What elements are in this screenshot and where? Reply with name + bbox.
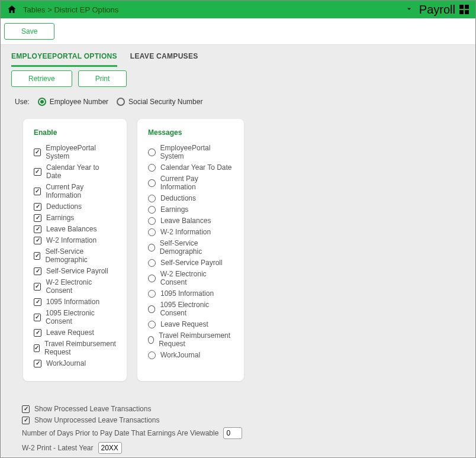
enable-item[interactable]: W-2 Electronic Consent xyxy=(34,278,116,295)
tabs: EMPLOYEEPORTAL OPTIONS LEAVE CAMPUSES xyxy=(11,45,465,67)
tab-employeeportal-options[interactable]: EMPLOYEEPORTAL OPTIONS xyxy=(11,52,117,67)
checkbox-icon[interactable] xyxy=(34,237,41,244)
radio-icon[interactable] xyxy=(148,179,156,187)
save-button[interactable]: Save xyxy=(4,23,54,40)
messages-item[interactable]: Calendar Year To Date xyxy=(148,163,233,172)
radio-label: Employee Number xyxy=(50,98,108,106)
messages-item[interactable]: Leave Balances xyxy=(148,217,233,225)
chevron-down-icon[interactable] xyxy=(405,5,413,15)
checkbox-icon[interactable] xyxy=(34,214,41,222)
toolbar: Save xyxy=(1,18,475,45)
radio-icon[interactable] xyxy=(148,259,156,267)
checkbox-icon[interactable] xyxy=(34,168,41,176)
enable-item[interactable]: Leave Request xyxy=(34,328,116,337)
checkbox-icon[interactable] xyxy=(34,283,41,291)
radio-icon[interactable] xyxy=(148,206,156,214)
enable-item[interactable]: Earnings xyxy=(34,214,116,222)
enable-item[interactable]: Calendar Year to Date xyxy=(34,163,116,180)
w2-print-input[interactable] xyxy=(98,442,122,454)
checkbox-icon[interactable] xyxy=(22,405,30,413)
messages-item[interactable]: W-2 Information xyxy=(148,228,233,236)
radio-ssn[interactable]: Social Security Number xyxy=(117,98,202,106)
sub-toolbar: Retrieve Print xyxy=(11,70,465,87)
enable-item[interactable]: W-2 Information xyxy=(34,236,116,244)
use-row: Use: Employee Number Social Security Num… xyxy=(15,98,465,106)
home-icon[interactable] xyxy=(7,4,17,15)
show-unprocessed-row[interactable]: Show Unprocessed Leave Transactions xyxy=(22,416,465,424)
retrieve-button[interactable]: Retrieve xyxy=(11,70,72,87)
radio-icon[interactable] xyxy=(148,244,155,251)
checkbox-icon[interactable] xyxy=(34,252,40,260)
messages-item[interactable]: Travel Reimbursement Request xyxy=(148,331,233,348)
messages-item-label: Leave Balances xyxy=(160,217,211,225)
enable-item-label: W-2 Electronic Consent xyxy=(46,278,116,295)
checkbox-icon[interactable] xyxy=(34,329,41,337)
radio-icon[interactable] xyxy=(148,228,156,236)
checkbox-icon[interactable] xyxy=(34,360,41,367)
radio-icon[interactable] xyxy=(148,217,156,225)
messages-item[interactable]: Self-Service Payroll xyxy=(148,259,233,267)
enable-item[interactable]: Self-Service Demographic xyxy=(34,247,116,264)
checkbox-icon[interactable] xyxy=(34,188,41,195)
enable-item-label: Self-Service Demographic xyxy=(45,247,116,264)
show-processed-row[interactable]: Show Processed Leave Transactions xyxy=(22,405,465,413)
messages-item[interactable]: 1095 Electronic Consent xyxy=(148,301,233,317)
checkbox-icon[interactable] xyxy=(34,314,41,321)
radio-icon[interactable] xyxy=(148,336,154,344)
radio-icon[interactable] xyxy=(148,195,156,202)
checkbox-icon[interactable] xyxy=(34,344,40,352)
messages-item-label: WorkJournal xyxy=(160,351,200,359)
label: Number of Days Prior to Pay Date That Ea… xyxy=(22,429,218,437)
messages-item[interactable]: Deductions xyxy=(148,194,233,202)
enable-item[interactable]: WorkJournal xyxy=(34,359,116,367)
radio-icon[interactable] xyxy=(148,305,155,313)
messages-item-label: Calendar Year To Date xyxy=(160,163,232,172)
enable-item-label: Leave Balances xyxy=(46,225,97,233)
enable-item[interactable]: Deductions xyxy=(34,202,116,211)
enable-item-label: W-2 Information xyxy=(46,236,97,244)
tab-leave-campuses[interactable]: LEAVE CAMPUSES xyxy=(130,52,198,67)
enable-item[interactable]: Travel Reimbursement Request xyxy=(34,340,116,356)
enable-item[interactable]: Leave Balances xyxy=(34,225,116,233)
messages-item[interactable]: Earnings xyxy=(148,205,233,214)
enable-item-label: 1095 Information xyxy=(46,298,99,306)
panels-row: Enable EmployeePortal SystemCalendar Yea… xyxy=(23,119,465,381)
messages-item-label: Self-Service Demographic xyxy=(160,239,233,256)
checkbox-icon[interactable] xyxy=(22,417,30,424)
enable-item-label: WorkJournal xyxy=(46,359,86,367)
enable-item-label: Leave Request xyxy=(46,328,94,337)
print-button[interactable]: Print xyxy=(78,70,127,87)
checkbox-icon[interactable] xyxy=(34,298,41,306)
radio-icon[interactable] xyxy=(148,321,156,328)
app-title: Payroll xyxy=(419,3,455,17)
checkbox-icon[interactable] xyxy=(34,149,41,156)
messages-item[interactable]: Leave Request xyxy=(148,320,233,328)
enable-item-label: Self-Service Payroll xyxy=(46,267,108,275)
messages-item-label: Deductions xyxy=(160,194,196,202)
messages-item[interactable]: 1095 Information xyxy=(148,289,233,298)
messages-item[interactable]: Self-Service Demographic xyxy=(148,239,233,256)
apps-grid-icon[interactable] xyxy=(459,4,469,15)
messages-item-label: Self-Service Payroll xyxy=(160,259,223,267)
enable-item[interactable]: Current Pay Information xyxy=(34,183,116,199)
checkbox-icon[interactable] xyxy=(34,203,41,211)
radio-icon[interactable] xyxy=(148,290,156,298)
days-prior-input[interactable] xyxy=(223,427,242,439)
enable-item[interactable]: 1095 Information xyxy=(34,298,116,306)
radio-icon[interactable] xyxy=(148,275,156,282)
checkbox-icon[interactable] xyxy=(34,225,41,233)
enable-item[interactable]: Self-Service Payroll xyxy=(34,267,116,275)
messages-panel: Messages EmployeePortal SystemCalendar Y… xyxy=(137,119,244,381)
radio-employee-number[interactable]: Employee Number xyxy=(38,98,108,106)
messages-item[interactable]: WorkJournal xyxy=(148,351,233,359)
messages-item[interactable]: W-2 Electronic Consent xyxy=(148,270,233,286)
enable-item[interactable]: EmployeePortal System xyxy=(34,144,116,160)
radio-icon[interactable] xyxy=(148,164,156,172)
top-bar: Tables > District EP Options Payroll xyxy=(1,1,475,18)
radio-icon[interactable] xyxy=(148,149,156,156)
messages-item[interactable]: EmployeePortal System xyxy=(148,144,233,160)
enable-item[interactable]: 1095 Electronic Consent xyxy=(34,309,116,325)
checkbox-icon[interactable] xyxy=(34,267,41,275)
messages-item[interactable]: Current Pay Information xyxy=(148,175,233,191)
radio-icon[interactable] xyxy=(148,351,156,359)
